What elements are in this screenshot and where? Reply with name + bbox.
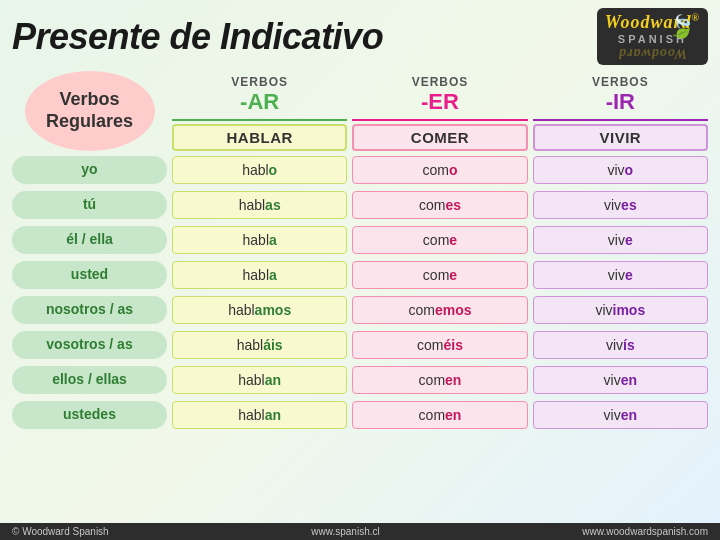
conj-tu-er: comes: [352, 191, 527, 219]
conj-usted-er: come: [352, 261, 527, 289]
conj-ustedes-ir: viven: [533, 401, 708, 429]
verbos-ar-label: VERBOS: [178, 75, 341, 89]
col-header-ir: VERBOS -IR: [533, 71, 708, 121]
conj-nosotros-ar: hablamos: [172, 296, 347, 324]
conj-ellos-ir: viven: [533, 366, 708, 394]
hablar-example: HABLAR: [172, 124, 347, 151]
main-container: Presente de Indicativo Woodward® 🍃 SPANI…: [0, 0, 720, 540]
footer-website1: www.spanish.cl: [311, 526, 379, 537]
subject-vosotros: vosotros / as: [12, 331, 167, 359]
subject-ustedes: ustedes: [12, 401, 167, 429]
conj-el-ar: habla: [172, 226, 347, 254]
conj-yo-ir: vivo: [533, 156, 708, 184]
conj-ustedes-ar: hablan: [172, 401, 347, 429]
conj-yo-er: como: [352, 156, 527, 184]
subject-yo: yo: [12, 156, 167, 184]
conj-el-ir: vive: [533, 226, 708, 254]
footer: © Woodward Spanish www.spanish.cl www.wo…: [0, 523, 720, 540]
header-row: Presente de Indicativo Woodward® 🍃 SPANI…: [12, 8, 708, 65]
subject-ellos: ellos / ellas: [12, 366, 167, 394]
conj-el-er: come: [352, 226, 527, 254]
logo-box: Woodward® 🍃 SPANISH Woodward: [597, 8, 708, 65]
conj-tu-ar: hablas: [172, 191, 347, 219]
conj-yo-ar: hablo: [172, 156, 347, 184]
verbos-ir-label: VERBOS: [539, 75, 702, 89]
conj-ellos-er: comen: [352, 366, 527, 394]
subject-tu: tú: [12, 191, 167, 219]
col-header-ar: VERBOS -AR: [172, 71, 347, 121]
subject-el-ella: él / ella: [12, 226, 167, 254]
content-grid: VerbosRegulares VERBOS -AR VERBOS -ER VE…: [12, 71, 708, 431]
conj-vosotros-ar: habláis: [172, 331, 347, 359]
ir-suffix: -IR: [539, 89, 702, 115]
verbos-regulares-oval: VerbosRegulares: [25, 71, 155, 151]
verbos-regulares-label: VerbosRegulares: [46, 89, 133, 132]
footer-copyright: © Woodward Spanish: [12, 526, 109, 537]
conj-ellos-ar: hablan: [172, 366, 347, 394]
logo-reflection: Woodward: [605, 45, 700, 61]
comer-example: COMER: [352, 124, 527, 151]
vivir-example: VIVIR: [533, 124, 708, 151]
conj-vosotros-ir: vivís: [533, 331, 708, 359]
er-suffix: -ER: [358, 89, 521, 115]
verbos-regulares-section: VerbosRegulares: [12, 71, 167, 151]
verbos-er-label: VERBOS: [358, 75, 521, 89]
col-header-er: VERBOS -ER: [352, 71, 527, 121]
conj-nosotros-er: comemos: [352, 296, 527, 324]
page-title: Presente de Indicativo: [12, 16, 383, 58]
subject-usted: usted: [12, 261, 167, 289]
ar-suffix: -AR: [178, 89, 341, 115]
logo-leaf-icon: 🍃: [668, 14, 695, 40]
conj-ustedes-er: comen: [352, 401, 527, 429]
conj-nosotros-ir: vivimos: [533, 296, 708, 324]
conj-usted-ir: vive: [533, 261, 708, 289]
conj-tu-ir: vives: [533, 191, 708, 219]
subject-nosotros: nosotros / as: [12, 296, 167, 324]
footer-website2: www.woodwardspanish.com: [582, 526, 708, 537]
conj-vosotros-er: coméis: [352, 331, 527, 359]
conj-usted-ar: habla: [172, 261, 347, 289]
